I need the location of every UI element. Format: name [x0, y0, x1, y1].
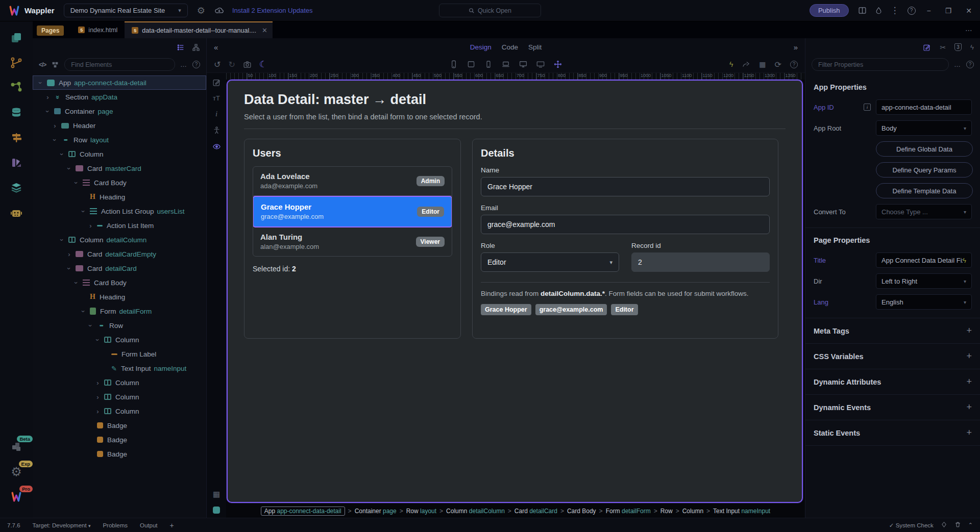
convert-to-select[interactable]: Choose Type ...▾ — [876, 204, 972, 219]
tree-toggle-icon[interactable]: › — [94, 408, 102, 415]
tree-item-detailform[interactable]: ›FormdetailForm — [33, 304, 206, 318]
code-view-icon[interactable]: </> — [39, 61, 46, 68]
tablet-device-icon[interactable] — [467, 60, 476, 69]
phablet-device-icon[interactable] — [484, 60, 493, 69]
extension-updates-link[interactable]: Install 2 Extension Updates — [232, 7, 313, 14]
tree-item-badge[interactable]: Badge — [33, 447, 206, 461]
tree-toggle-icon[interactable]: › — [72, 179, 80, 187]
add-plus-icon[interactable]: + — [966, 427, 972, 438]
view-tab-design[interactable]: Design — [470, 43, 492, 51]
tree-toggle-icon[interactable]: › — [87, 222, 94, 230]
canvas-help-icon[interactable]: ? — [790, 61, 798, 68]
breadcrumb-item[interactable]: Row layout — [406, 508, 436, 515]
accessibility-person-icon[interactable] — [212, 126, 221, 135]
publish-button[interactable]: Publish — [810, 4, 849, 17]
view-tab-split[interactable]: Split — [528, 43, 542, 51]
tree-item-badge[interactable]: Badge — [33, 418, 206, 433]
dom-outline-toggle-icon[interactable] — [177, 43, 185, 52]
page-title-value[interactable] — [881, 257, 963, 264]
name-field[interactable] — [481, 177, 770, 196]
dynamic-lightning-icon[interactable]: ϟ — [970, 43, 974, 51]
tree-toggle-icon[interactable]: › — [65, 165, 73, 172]
props-help-icon[interactable]: ? — [966, 61, 974, 68]
section-dynamic-events[interactable]: Dynamic Events+ — [805, 395, 980, 420]
edit-properties-icon[interactable] — [923, 43, 931, 52]
define-button-define-query-params[interactable]: Define Query Params — [876, 162, 973, 178]
define-button-define-global-data[interactable]: Define Global Data — [876, 141, 973, 157]
split-panels-icon[interactable] — [858, 6, 867, 15]
breadcrumb-item[interactable]: Row — [660, 508, 673, 515]
move-resize-icon[interactable] — [553, 60, 562, 69]
lightning-icon[interactable]: ϟ — [729, 60, 733, 68]
tree-item-heading[interactable]: HHeading — [33, 290, 206, 304]
breadcrumb-item[interactable]: Card detailCard — [514, 508, 557, 515]
display-device-icon[interactable] — [536, 60, 545, 69]
screenshot-camera-icon[interactable] — [243, 60, 252, 69]
role-select[interactable]: Editor ▾ — [481, 252, 619, 272]
tree-toggle-icon[interactable]: › — [72, 279, 80, 287]
deploy-drop-icon[interactable] — [941, 521, 947, 529]
tree-item-page[interactable]: ›Containerpage — [33, 104, 206, 118]
layers-icon[interactable] — [7, 179, 26, 197]
tree-item-form-label[interactable]: Form Label — [33, 347, 206, 361]
tree-toggle-icon[interactable]: › — [37, 79, 44, 87]
tree-item-badge[interactable]: Badge — [33, 433, 206, 447]
tree-toggle-icon[interactable]: › — [80, 308, 87, 315]
tree-toggle-icon[interactable]: › — [80, 208, 87, 215]
section-dynamic-attributes[interactable]: Dynamic Attributes+ — [805, 369, 980, 395]
grid-overlay-icon[interactable]: ▦ — [213, 490, 220, 499]
breadcrumb-item[interactable]: Column detailColumn — [446, 508, 505, 515]
add-panel-icon[interactable]: + — [170, 521, 174, 529]
section-css-variables[interactable]: CSS Variables+ — [805, 344, 980, 369]
record-id-field[interactable] — [631, 252, 770, 272]
refresh-icon[interactable]: ⟳ — [775, 60, 781, 69]
tree-toggle-icon[interactable]: › — [58, 236, 66, 244]
tree-toggle-icon[interactable]: › — [65, 250, 73, 258]
liquid-drop-icon[interactable] — [875, 6, 883, 15]
experimental-gear-icon[interactable]: ⚙Exp — [7, 463, 26, 481]
tree-toggle-icon[interactable]: › — [65, 265, 73, 272]
git-branch-icon[interactable] — [7, 54, 26, 72]
pages-icon[interactable] — [7, 29, 26, 47]
user-list-item[interactable]: Alan Turingalan@example.comViewer — [253, 227, 452, 256]
minimize-button[interactable]: − — [924, 7, 934, 15]
dynamic-binding-bolt-icon[interactable]: ϟ — [963, 257, 966, 264]
tree-toggle-icon[interactable]: › — [58, 150, 66, 158]
app-id-field[interactable] — [876, 99, 972, 115]
chevron-up-icon[interactable]: ⌃ — [968, 522, 973, 528]
tree-toggle-icon[interactable]: › — [51, 122, 59, 130]
tree-item-app-connect-data-detail[interactable]: ›Appapp-connect-data-detail — [33, 75, 206, 90]
problems-button[interactable]: Problems — [103, 522, 128, 528]
tree-item-column[interactable]: ›Column — [33, 375, 206, 390]
tree-help-icon[interactable]: ? — [192, 61, 200, 68]
tree-item-column[interactable]: ›Column — [33, 404, 206, 418]
breadcrumb-item[interactable]: Text Input nameInput — [713, 508, 770, 515]
desktop-device-icon[interactable] — [519, 60, 528, 69]
tree-item-card-body[interactable]: ›Card Body — [33, 175, 206, 190]
find-elements-input[interactable] — [64, 58, 175, 71]
phone-device-icon[interactable] — [449, 60, 458, 69]
dark-mode-moon-icon[interactable]: ☾ — [259, 59, 267, 70]
add-plus-icon[interactable]: + — [966, 402, 972, 413]
tab-overflow-icon[interactable]: ⋯ — [965, 26, 973, 34]
css-styles-icon[interactable]: 3 — [954, 43, 962, 51]
tree-item-appdata[interactable]: ›»SectionappData — [33, 90, 206, 104]
tree-view-toggle-icon[interactable] — [192, 43, 200, 52]
app-selection-frame[interactable]: Data Detail: master → detail Select a us… — [227, 80, 803, 503]
app-root-select[interactable]: Body▾ — [876, 120, 972, 136]
tree-item-mastercard[interactable]: ›CardmasterCard — [33, 161, 206, 175]
breadcrumb-item[interactable]: Container page — [355, 508, 397, 515]
section-static-events[interactable]: Static Events+ — [805, 420, 980, 446]
tab-data-detail[interactable]: 5 data-detail-master-detail--tour-manual… — [125, 21, 273, 38]
breadcrumb-item[interactable]: App app-connect-data-detail — [261, 506, 345, 516]
output-button[interactable]: Output — [140, 522, 158, 528]
target-selector[interactable]: Target: Development ▾ — [33, 522, 91, 528]
filter-properties-input[interactable] — [812, 58, 949, 71]
trash-icon[interactable] — [954, 521, 961, 529]
system-check-button[interactable]: ✓ System Check — [889, 522, 934, 529]
help-icon[interactable]: ? — [908, 7, 916, 15]
cut-scissors-icon[interactable]: ✂ — [940, 43, 946, 52]
section-meta-tags[interactable]: Meta Tags+ — [805, 318, 980, 344]
project-selector[interactable]: Demo Dynamic Real Estate Site ▾ — [64, 4, 188, 17]
tree-item-nameinput[interactable]: ✎Text InputnameInput — [33, 361, 206, 375]
